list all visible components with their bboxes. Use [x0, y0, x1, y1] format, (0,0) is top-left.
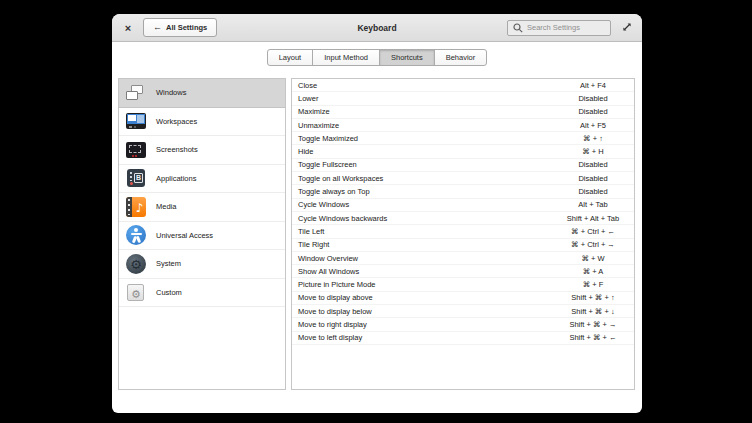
shortcut-action: Move to left display	[298, 333, 552, 342]
shortcut-binding: Shift + Alt + Tab	[552, 214, 634, 223]
shortcut-binding: ⌘ + ↑	[552, 134, 634, 143]
shortcut-action: Lower	[298, 94, 552, 103]
table-row[interactable]: Move to left display Shift + ⌘ + ←	[292, 332, 634, 345]
shortcut-action: Move to display above	[298, 293, 552, 302]
screenshots-icon	[124, 138, 148, 162]
shortcut-action: Window Overview	[298, 254, 552, 263]
sidebar-item-applications[interactable]: Applications	[119, 165, 285, 194]
shortcut-binding: Shift + ⌘ + ←	[552, 333, 634, 342]
table-row[interactable]: Maximize Disabled	[292, 106, 634, 119]
shortcut-list: Close Alt + F4 Lower Disabled Maximize D…	[291, 78, 635, 390]
tab-label: Input Method	[324, 53, 368, 62]
table-row[interactable]: Cycle Windows backwards Shift + Alt + Ta…	[292, 212, 634, 225]
sidebar-item-system[interactable]: System	[119, 250, 285, 279]
search-input[interactable]	[527, 23, 605, 32]
all-settings-button[interactable]: ← All Settings	[143, 18, 217, 37]
titlebar: Keyboard × ← All Settings	[112, 14, 642, 42]
table-row[interactable]: Move to display above Shift + ⌘ + ↑	[292, 292, 634, 305]
table-row[interactable]: Toggle always on Top Disabled	[292, 185, 634, 198]
search-box[interactable]	[507, 20, 611, 36]
shortcut-binding: ⌘ + F	[552, 280, 634, 289]
main-area: Windows Workspaces Screenshots Applicati…	[118, 78, 635, 390]
sidebar-item-label: Custom	[156, 288, 182, 297]
sidebar-item-label: Universal Access	[156, 231, 213, 240]
shortcut-action: Toggle Maximized	[298, 134, 552, 143]
shortcut-binding: ⌘ + Ctrl + ←	[552, 227, 634, 236]
shortcut-action: Picture in Picture Mode	[298, 280, 552, 289]
applications-icon	[124, 166, 148, 190]
tab-behavior[interactable]: Behavior	[434, 49, 488, 66]
shortcut-action: Hide	[298, 147, 552, 156]
table-row[interactable]: Show All Windows ⌘ + A	[292, 265, 634, 278]
sidebar-item-screenshots[interactable]: Screenshots	[119, 136, 285, 165]
shortcut-binding: Disabled	[552, 107, 634, 116]
maximize-button[interactable]	[620, 21, 633, 35]
search-icon	[513, 19, 523, 37]
table-row[interactable]: Lower Disabled	[292, 92, 634, 105]
table-row[interactable]: Move to right display Shift + ⌘ + →	[292, 318, 634, 331]
table-row[interactable]: Hide ⌘ + H	[292, 145, 634, 158]
sidebar-item-label: Applications	[156, 174, 196, 183]
shortcut-binding: Alt + Tab	[552, 200, 634, 209]
shortcut-action: Cycle Windows backwards	[298, 214, 552, 223]
media-icon	[124, 195, 148, 219]
shortcut-binding: ⌘ + Ctrl + →	[552, 240, 634, 249]
table-row[interactable]: Tile Right ⌘ + Ctrl + →	[292, 239, 634, 252]
close-icon: ×	[125, 22, 131, 34]
shortcut-binding: Shift + ⌘ + →	[552, 320, 634, 329]
sidebar-item-universal-access[interactable]: Universal Access	[119, 222, 285, 251]
table-row[interactable]: Unmaximize Alt + F5	[292, 119, 634, 132]
shortcut-action: Unmaximize	[298, 121, 552, 130]
tab-input-method[interactable]: Input Method	[312, 49, 380, 66]
sidebar-item-workspaces[interactable]: Workspaces	[119, 108, 285, 137]
shortcut-binding: Disabled	[552, 187, 634, 196]
table-row[interactable]: Toggle Fullscreen Disabled	[292, 159, 634, 172]
system-icon	[124, 252, 148, 276]
shortcut-action: Cycle Windows	[298, 200, 552, 209]
table-row[interactable]: Tile Left ⌘ + Ctrl + ←	[292, 225, 634, 238]
shortcut-action: Tile Left	[298, 227, 552, 236]
tab-label: Layout	[279, 53, 302, 62]
sidebar-item-label: Screenshots	[156, 145, 198, 154]
shortcut-action: Tile Right	[298, 240, 552, 249]
sidebar-item-label: Windows	[156, 88, 186, 97]
universal-access-icon	[124, 223, 148, 247]
table-row[interactable]: Window Overview ⌘ + W	[292, 252, 634, 265]
shortcut-binding: ⌘ + A	[552, 267, 634, 276]
shortcut-binding: Shift + ⌘ + ↓	[552, 307, 634, 316]
table-row[interactable]: Toggle on all Workspaces Disabled	[292, 172, 634, 185]
sidebar-item-media[interactable]: Media	[119, 193, 285, 222]
sidebar-item-windows[interactable]: Windows	[119, 79, 285, 108]
shortcut-action: Toggle always on Top	[298, 187, 552, 196]
table-row[interactable]: Close Alt + F4	[292, 79, 634, 92]
shortcut-action: Maximize	[298, 107, 552, 116]
sidebar-item-custom[interactable]: Custom	[119, 279, 285, 308]
tab-layout[interactable]: Layout	[267, 49, 314, 66]
shortcut-binding: ⌘ + H	[552, 147, 634, 156]
custom-icon	[124, 280, 148, 304]
workspaces-icon	[124, 109, 148, 133]
shortcut-action: Move to right display	[298, 320, 552, 329]
sidebar-item-label: System	[156, 259, 181, 268]
shortcut-action: Close	[298, 81, 552, 90]
all-settings-label: All Settings	[166, 23, 207, 32]
settings-window: Keyboard × ← All Settings	[112, 14, 642, 413]
shortcut-binding: Disabled	[552, 160, 634, 169]
table-row[interactable]: Toggle Maximized ⌘ + ↑	[292, 132, 634, 145]
close-button[interactable]: ×	[121, 20, 135, 36]
shortcut-action: Show All Windows	[298, 267, 552, 276]
sidebar-item-label: Media	[156, 202, 176, 211]
shortcut-binding: Alt + F5	[552, 121, 634, 130]
shortcut-action: Toggle on all Workspaces	[298, 174, 552, 183]
table-row[interactable]: Picture in Picture Mode ⌘ + F	[292, 278, 634, 291]
shortcut-binding: Shift + ⌘ + ↑	[552, 293, 634, 302]
tab-label: Shortcuts	[391, 53, 423, 62]
table-row[interactable]: Cycle Windows Alt + Tab	[292, 199, 634, 212]
shortcut-binding: Alt + F4	[552, 81, 634, 90]
table-row[interactable]: Move to display below Shift + ⌘ + ↓	[292, 305, 634, 318]
mode-tabbar: Layout Input Method Shortcuts Behavior	[112, 49, 642, 66]
sidebar: Windows Workspaces Screenshots Applicati…	[118, 78, 286, 390]
shortcut-binding: ⌘ + W	[552, 254, 634, 263]
tab-shortcuts[interactable]: Shortcuts	[379, 49, 435, 66]
shortcut-action: Move to display below	[298, 307, 552, 316]
